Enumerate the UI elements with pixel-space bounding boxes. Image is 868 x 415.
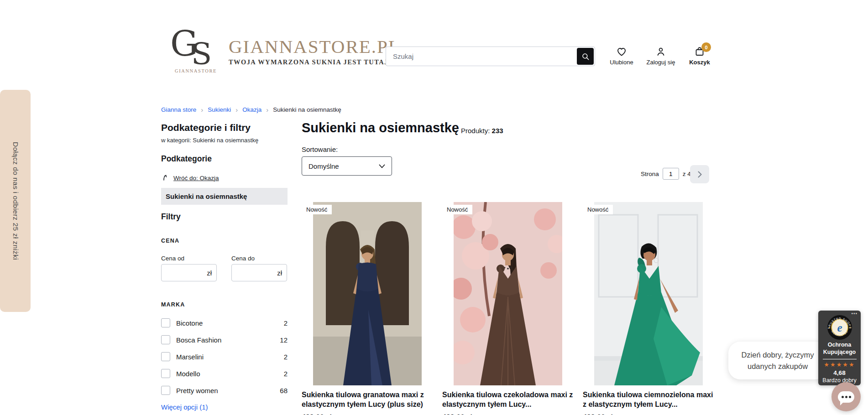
chat-greeting-bubble[interactable]: Dzień dobry, życzymy udanych zakupów	[728, 342, 827, 379]
product-title[interactable]: Sukienka tiulowa czekoladowa maxi z elas…	[442, 390, 574, 410]
products-count: Produkty: 233	[461, 127, 503, 135]
subcategories-heading: Podkategorie	[161, 154, 212, 164]
return-arrow-icon	[162, 174, 169, 182]
brand-checkbox[interactable]	[161, 318, 170, 327]
product-photo-placeholder	[594, 202, 703, 385]
sorting-label: Sortowanie:	[302, 145, 338, 153]
brand-count: 2	[284, 370, 288, 378]
brand-count: 2	[284, 319, 288, 327]
chevron-right-icon	[698, 171, 702, 178]
pagination: Strona z 4	[641, 168, 691, 180]
filters-sidebar: Podkategorie i filtry w kategorii: Sukie…	[161, 0, 288, 415]
price-to-label: Cena do	[231, 255, 255, 262]
brand-count: 68	[280, 387, 288, 394]
rating-value: 4,68	[833, 369, 845, 376]
price-from-input[interactable]	[162, 269, 203, 277]
brand-option-pretty-women[interactable]: Pretty women 68	[161, 384, 288, 397]
product-photo-placeholder	[454, 202, 562, 385]
brand-count: 2	[284, 353, 288, 361]
brand-checkbox[interactable]	[161, 335, 170, 344]
chat-balloon-icon	[838, 391, 854, 403]
favorites-button[interactable]: Ulubione	[608, 46, 635, 66]
price-from-field: zł	[161, 264, 217, 281]
rating-stars: ★★★★★	[824, 362, 855, 368]
sidebar-item-selected-subcategory[interactable]: Sukienki na osiemnastkę	[161, 188, 288, 205]
sorting-select[interactable]: Domyślne	[302, 156, 392, 176]
product-image-navy-dress[interactable]	[313, 202, 422, 385]
heart-icon	[616, 46, 627, 57]
svg-text:e: e	[837, 322, 842, 334]
back-to-parent-link[interactable]: Wróć do: Okazja	[162, 174, 219, 182]
sidebar-title: Podkategorie i filtry	[161, 122, 251, 133]
trusted-shops-widget[interactable]: ••• TRUSTED SHOPS GUARANTEE e Ochrona Ku…	[818, 311, 861, 385]
brand-checkbox[interactable]	[161, 352, 170, 361]
product-price: 499,00 zł	[583, 414, 714, 415]
product-title[interactable]: Sukienka tiulowa ciemnozielona maxi z el…	[583, 390, 714, 410]
more-options-link[interactable]: Więcej opcji (1)	[161, 403, 208, 411]
product-card[interactable]: Nowość Sukienka tiu	[583, 202, 714, 415]
user-icon	[655, 46, 666, 57]
new-badge: Nowość	[583, 205, 613, 214]
brand-option-modello[interactable]: Modello 2	[161, 367, 288, 380]
cart-count-badge: 0	[701, 42, 711, 52]
products-count-value: 233	[492, 127, 503, 135]
price-from-currency: zł	[207, 269, 212, 277]
filters-heading: Filtry	[161, 212, 181, 222]
login-label: Zaloguj się	[647, 59, 675, 66]
brand-checkbox[interactable]	[161, 386, 170, 395]
price-from-label: Cena od	[161, 255, 184, 262]
widget-menu-dots[interactable]: •••	[851, 311, 858, 316]
brand-filter-heading: MARKA	[161, 301, 185, 308]
product-image-green-dress[interactable]	[594, 202, 703, 385]
product-photo-placeholder	[313, 202, 422, 385]
cart-button[interactable]: 0 Koszyk	[687, 46, 712, 66]
back-to-parent-label: Wróć do: Okazja	[173, 175, 219, 182]
product-card[interactable]: Nowość	[442, 202, 574, 415]
buyer-protection-label: Ochrona Kupującego	[823, 342, 856, 356]
brand-count: 12	[280, 336, 288, 344]
new-badge: Nowość	[302, 205, 332, 214]
trusted-shops-seal-icon: TRUSTED SHOPS GUARANTEE e	[827, 315, 852, 340]
brand-option-bicotone[interactable]: Bicotone 2	[161, 316, 288, 329]
rating-label: Bardzo dobry	[822, 377, 856, 384]
product-card[interactable]: Nowość Sukienka tiulowa gran	[302, 202, 433, 415]
login-button[interactable]: Zaloguj się	[645, 46, 676, 66]
newsletter-side-banner[interactable]: Dołącz do nas i odbierz 25 zł zniżki	[0, 90, 31, 312]
favorites-label: Ulubione	[610, 59, 633, 66]
brand-option-bosca-fashion[interactable]: Bosca Fashion 12	[161, 333, 288, 346]
widget-divider	[823, 359, 857, 359]
search-button[interactable]	[577, 48, 594, 65]
search-bar	[386, 47, 595, 66]
pagination-next-button[interactable]	[690, 165, 709, 183]
pagination-page-input[interactable]	[663, 168, 679, 180]
product-image-brown-dress[interactable]	[454, 202, 562, 385]
page: G S GIANNASTORE GIANNASTORE.PL TWOJA WYM…	[0, 0, 868, 415]
brand-option-marselini[interactable]: Marselini 2	[161, 350, 288, 363]
chevron-down-icon	[379, 164, 385, 168]
price-filter-heading: CENA	[161, 238, 179, 244]
sidebar-subtitle: w kategorii: Sukienki na osiemnastkę	[161, 137, 258, 144]
product-price: 499,00 zł	[442, 414, 574, 415]
price-to-field: zł	[231, 264, 287, 281]
brand-checkbox[interactable]	[161, 369, 170, 378]
search-input[interactable]	[386, 52, 577, 60]
product-title[interactable]: Sukienka tiulowa granatowa maxi z elasty…	[302, 390, 433, 410]
price-to-input[interactable]	[232, 269, 273, 277]
page-title: Sukienki na osiemnastkę	[302, 120, 459, 135]
new-badge: Nowość	[442, 205, 472, 214]
sorting-selected-value: Domyślne	[309, 162, 379, 170]
pagination-page-label: Strona	[641, 171, 659, 177]
product-price: 499,00 zł	[302, 414, 433, 415]
cart-label: Koszyk	[689, 59, 710, 66]
newsletter-side-banner-text: Dołącz do nas i odbierz 25 zł zniżki	[11, 142, 20, 260]
price-to-currency: zł	[277, 269, 282, 277]
chat-launcher-button[interactable]	[831, 382, 861, 411]
search-icon	[581, 52, 590, 61]
